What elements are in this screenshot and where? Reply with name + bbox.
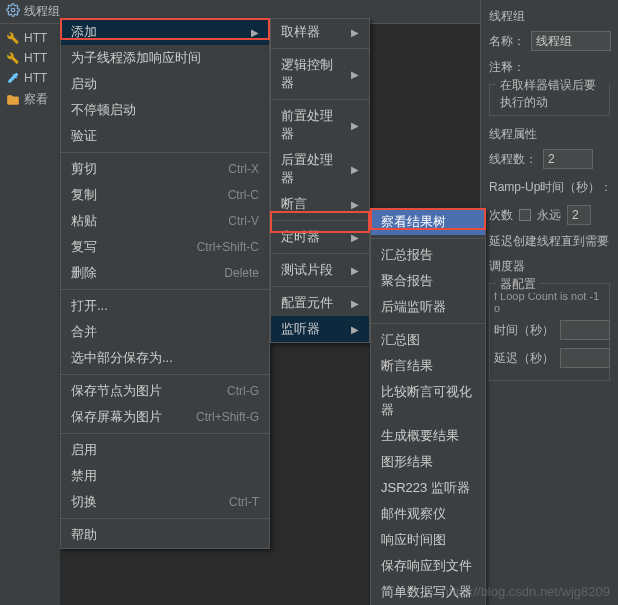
- tree-item[interactable]: HTT: [0, 48, 60, 68]
- menu-item[interactable]: 监听器▶: [271, 316, 369, 342]
- menu-item[interactable]: 保存屏幕为图片Ctrl+Shift-G: [61, 404, 269, 430]
- menu-item[interactable]: 图形结果: [371, 449, 485, 475]
- menu-item[interactable]: 汇总报告: [371, 242, 485, 268]
- menu-item[interactable]: 启用: [61, 437, 269, 463]
- forever-checkbox[interactable]: [519, 209, 531, 221]
- menu-item[interactable]: 响应时间图: [371, 527, 485, 553]
- folder-icon: [6, 93, 20, 107]
- submenu-arrow-icon: ▶: [351, 69, 359, 80]
- menu-item[interactable]: 合并: [61, 319, 269, 345]
- menu-item-label: 察看结果树: [381, 213, 446, 231]
- shortcut: Ctrl-T: [229, 495, 259, 509]
- loop-input[interactable]: [567, 205, 591, 225]
- loop-note: f Loop Count is not -1 o: [494, 290, 605, 314]
- loop-label: 次数: [489, 207, 513, 224]
- name-input[interactable]: [531, 31, 611, 51]
- threads-input[interactable]: [543, 149, 593, 169]
- menu-item[interactable]: 保存节点为图片Ctrl-G: [61, 378, 269, 404]
- menu-item[interactable]: 比较断言可视化器: [371, 379, 485, 423]
- menu-item-label: 邮件观察仪: [381, 505, 446, 523]
- tree-label: 察看: [24, 91, 48, 108]
- window-title: 线程组: [24, 3, 60, 20]
- menu-item-label: 不停顿启动: [71, 101, 136, 119]
- ramp-label: Ramp-Up时间（秒）：: [489, 179, 612, 196]
- menu-item[interactable]: 后置处理器▶: [271, 147, 369, 191]
- menu-item[interactable]: 为子线程添加响应时间: [61, 45, 269, 71]
- menu-item[interactable]: 启动: [61, 71, 269, 97]
- menu-item[interactable]: 断言结果: [371, 353, 485, 379]
- menu-item-label: 断言结果: [381, 357, 433, 375]
- scheduler-group: 器配置 f Loop Count is not -1 o 时间（秒） 延迟（秒）: [489, 283, 610, 381]
- menu-item[interactable]: 生成概要结果: [371, 423, 485, 449]
- menu-item[interactable]: 保存响应到文件: [371, 553, 485, 579]
- tree-item[interactable]: HTT: [0, 28, 60, 48]
- menu-item[interactable]: 察看结果树: [371, 209, 485, 235]
- menu-item-label: 添加: [71, 23, 97, 41]
- menu-item-label: JSR223 监听器: [381, 479, 470, 497]
- menu-item[interactable]: JSR223 监听器: [371, 475, 485, 501]
- menu-item-label: 启用: [71, 441, 97, 459]
- menu-item[interactable]: 逻辑控制器▶: [271, 52, 369, 96]
- wrench-icon: [6, 51, 20, 65]
- tree-label: HTT: [24, 71, 47, 85]
- submenu-add: 取样器▶逻辑控制器▶前置处理器▶后置处理器▶断言▶定时器▶测试片段▶配置元件▶监…: [270, 18, 370, 343]
- menu-item[interactable]: 帮助: [61, 522, 269, 548]
- menu-item[interactable]: 测试片段▶: [271, 257, 369, 283]
- menu-item[interactable]: 打开...: [61, 293, 269, 319]
- shortcut: Ctrl+Shift-C: [197, 240, 259, 254]
- shortcut: Ctrl-G: [227, 384, 259, 398]
- menu-item[interactable]: 禁用: [61, 463, 269, 489]
- menu-item-label: 配置元件: [281, 294, 333, 312]
- tree-label: HTT: [24, 51, 47, 65]
- menu-item[interactable]: 邮件观察仪: [371, 501, 485, 527]
- menu-item[interactable]: 不停顿启动: [61, 97, 269, 123]
- menu-item[interactable]: 汇总图: [371, 327, 485, 353]
- menu-item[interactable]: 后端监听器: [371, 294, 485, 320]
- menu-item-label: 图形结果: [381, 453, 433, 471]
- menu-item-label: 打开...: [71, 297, 108, 315]
- menu-item-label: 保存屏幕为图片: [71, 408, 162, 426]
- tree-item[interactable]: HTT: [0, 68, 60, 88]
- forever-label: 永远: [537, 207, 561, 224]
- svg-point-0: [11, 8, 15, 12]
- menu-item[interactable]: 复制Ctrl-C: [61, 182, 269, 208]
- tree-panel: HTT HTT HTT 察看: [0, 24, 60, 605]
- menu-item[interactable]: 粘贴Ctrl-V: [61, 208, 269, 234]
- submenu-arrow-icon: ▶: [351, 199, 359, 210]
- menu-item[interactable]: 配置元件▶: [271, 290, 369, 316]
- shortcut: Ctrl-V: [228, 214, 259, 228]
- menu-item[interactable]: 断言▶: [271, 191, 369, 217]
- menu-item[interactable]: 定时器▶: [271, 224, 369, 250]
- menu-item[interactable]: 添加▶: [61, 19, 269, 45]
- menu-item[interactable]: 选中部分保存为...: [61, 345, 269, 371]
- shortcut: Delete: [224, 266, 259, 280]
- menu-item[interactable]: 前置处理器▶: [271, 103, 369, 147]
- menu-item[interactable]: 切换Ctrl-T: [61, 489, 269, 515]
- tree-item[interactable]: 察看: [0, 88, 60, 111]
- menu-item-label: 帮助: [71, 526, 97, 544]
- menu-item-label: 断言: [281, 195, 307, 213]
- menu-item-label: 后置处理器: [281, 151, 343, 187]
- threads-label: 线程数：: [489, 151, 537, 168]
- menu-item-label: 复写: [71, 238, 97, 256]
- duration-input[interactable]: [560, 320, 610, 340]
- start-delay-input[interactable]: [560, 348, 610, 368]
- menu-item[interactable]: 复写Ctrl+Shift-C: [61, 234, 269, 260]
- menu-item[interactable]: 验证: [61, 123, 269, 149]
- menu-item-label: 保存节点为图片: [71, 382, 162, 400]
- menu-item-label: 选中部分保存为...: [71, 349, 173, 367]
- name-label: 名称：: [489, 33, 525, 50]
- submenu-arrow-icon: ▶: [351, 164, 359, 175]
- menu-item-label: 汇总报告: [381, 246, 433, 264]
- menu-item-label: 为子线程添加响应时间: [71, 49, 201, 67]
- submenu-arrow-icon: ▶: [351, 298, 359, 309]
- submenu-arrow-icon: ▶: [351, 27, 359, 38]
- menu-item-label: 删除: [71, 264, 97, 282]
- menu-item[interactable]: 剪切Ctrl-X: [61, 156, 269, 182]
- panel-heading: 线程组: [489, 8, 610, 25]
- start-delay-label: 延迟（秒）: [494, 350, 554, 367]
- menu-item[interactable]: 取样器▶: [271, 19, 369, 45]
- menu-item[interactable]: 删除Delete: [61, 260, 269, 286]
- menu-item-label: 比较断言可视化器: [381, 383, 475, 419]
- menu-item[interactable]: 聚合报告: [371, 268, 485, 294]
